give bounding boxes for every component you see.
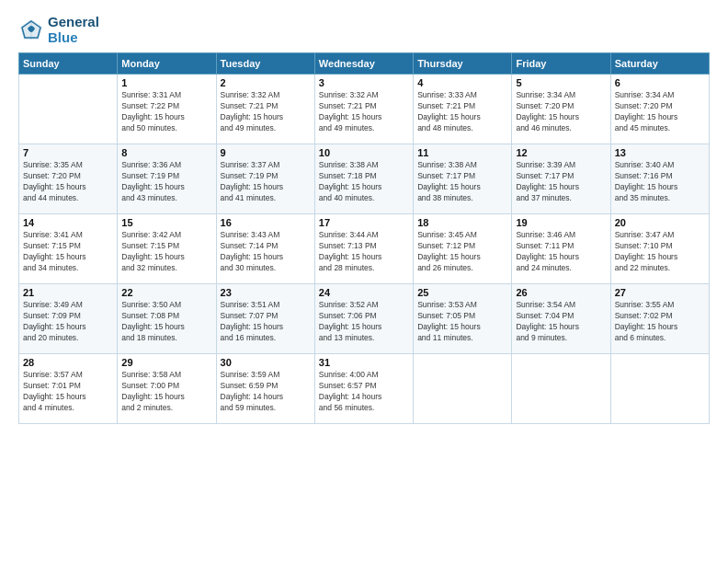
day-info: Sunrise: 3:32 AM Sunset: 7:21 PM Dayligh… [221,90,311,134]
logo-general: General [48,15,99,30]
header: General Blue [18,15,710,45]
day-info: Sunrise: 3:51 AM Sunset: 7:07 PM Dayligh… [221,300,311,344]
calendar-cell: 8Sunrise: 3:36 AM Sunset: 7:19 PM Daylig… [118,144,216,214]
day-number: 3 [319,77,409,88]
page: General Blue SundayMondayTuesdayWednesda… [0,0,728,563]
day-info: Sunrise: 3:38 AM Sunset: 7:18 PM Dayligh… [319,160,409,204]
calendar-cell: 29Sunrise: 3:58 AM Sunset: 7:00 PM Dayli… [118,354,216,424]
calendar-cell: 5Sunrise: 3:34 AM Sunset: 7:20 PM Daylig… [512,75,610,144]
day-number: 8 [121,147,211,158]
weekday-header-saturday: Saturday [610,53,709,75]
day-info: Sunrise: 3:34 AM Sunset: 7:20 PM Dayligh… [516,90,606,134]
calendar-cell: 10Sunrise: 3:38 AM Sunset: 7:18 PM Dayli… [314,144,413,214]
day-info: Sunrise: 3:39 AM Sunset: 7:17 PM Dayligh… [516,160,606,204]
day-number: 4 [417,77,507,88]
day-number: 24 [319,287,409,298]
calendar-cell: 28Sunrise: 3:57 AM Sunset: 7:01 PM Dayli… [19,354,118,424]
day-info: Sunrise: 3:42 AM Sunset: 7:15 PM Dayligh… [121,230,211,274]
calendar-cell: 11Sunrise: 3:38 AM Sunset: 7:17 PM Dayli… [414,144,512,214]
day-info: Sunrise: 3:59 AM Sunset: 6:59 PM Dayligh… [221,370,311,414]
day-number: 13 [615,147,705,158]
calendar-cell: 18Sunrise: 3:45 AM Sunset: 7:12 PM Dayli… [414,214,512,284]
calendar-cell: 23Sunrise: 3:51 AM Sunset: 7:07 PM Dayli… [216,284,314,354]
day-number: 16 [221,217,311,228]
day-info: Sunrise: 3:49 AM Sunset: 7:09 PM Dayligh… [23,300,113,344]
day-number: 2 [221,77,311,88]
day-info: Sunrise: 3:55 AM Sunset: 7:02 PM Dayligh… [615,300,705,344]
calendar-week-row: 28Sunrise: 3:57 AM Sunset: 7:01 PM Dayli… [19,354,710,424]
calendar-cell: 14Sunrise: 3:41 AM Sunset: 7:15 PM Dayli… [19,214,118,284]
calendar-cell: 20Sunrise: 3:47 AM Sunset: 7:10 PM Dayli… [610,214,709,284]
calendar-cell: 6Sunrise: 3:34 AM Sunset: 7:20 PM Daylig… [610,75,709,144]
logo: General Blue [18,15,99,45]
day-number: 15 [121,217,211,228]
calendar-cell [512,354,610,424]
calendar-week-row: 21Sunrise: 3:49 AM Sunset: 7:09 PM Dayli… [19,284,710,354]
calendar-week-row: 7Sunrise: 3:35 AM Sunset: 7:20 PM Daylig… [19,144,710,214]
day-info: Sunrise: 3:52 AM Sunset: 7:06 PM Dayligh… [319,300,409,344]
calendar-cell: 7Sunrise: 3:35 AM Sunset: 7:20 PM Daylig… [19,144,118,214]
day-info: Sunrise: 3:53 AM Sunset: 7:05 PM Dayligh… [417,300,507,344]
day-info: Sunrise: 3:34 AM Sunset: 7:20 PM Dayligh… [615,90,705,134]
day-info: Sunrise: 3:44 AM Sunset: 7:13 PM Dayligh… [319,230,409,274]
day-number: 22 [121,287,211,298]
day-number: 14 [23,217,113,228]
day-info: Sunrise: 3:41 AM Sunset: 7:15 PM Dayligh… [23,230,113,274]
day-info: Sunrise: 3:57 AM Sunset: 7:01 PM Dayligh… [23,370,113,414]
day-number: 28 [23,357,113,368]
day-number: 17 [319,217,409,228]
day-number: 6 [615,77,705,88]
calendar-cell: 16Sunrise: 3:43 AM Sunset: 7:14 PM Dayli… [216,214,314,284]
day-info: Sunrise: 3:31 AM Sunset: 7:22 PM Dayligh… [121,90,211,134]
calendar-cell: 15Sunrise: 3:42 AM Sunset: 7:15 PM Dayli… [118,214,216,284]
day-number: 30 [221,357,311,368]
calendar-cell: 25Sunrise: 3:53 AM Sunset: 7:05 PM Dayli… [414,284,512,354]
day-info: Sunrise: 3:38 AM Sunset: 7:17 PM Dayligh… [417,160,507,204]
calendar-cell: 24Sunrise: 3:52 AM Sunset: 7:06 PM Dayli… [314,284,413,354]
calendar-cell [19,75,118,144]
weekday-header-friday: Friday [512,53,610,75]
day-number: 23 [221,287,311,298]
day-info: Sunrise: 3:32 AM Sunset: 7:21 PM Dayligh… [319,90,409,134]
weekday-header-wednesday: Wednesday [314,53,413,75]
calendar-cell: 27Sunrise: 3:55 AM Sunset: 7:02 PM Dayli… [610,284,709,354]
day-number: 27 [615,287,705,298]
day-info: Sunrise: 3:54 AM Sunset: 7:04 PM Dayligh… [516,300,606,344]
calendar-cell: 12Sunrise: 3:39 AM Sunset: 7:17 PM Dayli… [512,144,610,214]
calendar-cell: 13Sunrise: 3:40 AM Sunset: 7:16 PM Dayli… [610,144,709,214]
calendar-cell: 9Sunrise: 3:37 AM Sunset: 7:19 PM Daylig… [216,144,314,214]
weekday-header-sunday: Sunday [19,53,118,75]
day-info: Sunrise: 3:58 AM Sunset: 7:00 PM Dayligh… [121,370,211,414]
calendar-cell: 3Sunrise: 3:32 AM Sunset: 7:21 PM Daylig… [314,75,413,144]
day-info: Sunrise: 3:50 AM Sunset: 7:08 PM Dayligh… [121,300,211,344]
day-number: 11 [417,147,507,158]
day-info: Sunrise: 4:00 AM Sunset: 6:57 PM Dayligh… [319,370,409,414]
calendar-cell: 22Sunrise: 3:50 AM Sunset: 7:08 PM Dayli… [118,284,216,354]
weekday-header-thursday: Thursday [414,53,512,75]
calendar-cell: 26Sunrise: 3:54 AM Sunset: 7:04 PM Dayli… [512,284,610,354]
day-info: Sunrise: 3:45 AM Sunset: 7:12 PM Dayligh… [417,230,507,274]
day-number: 21 [23,287,113,298]
day-number: 9 [221,147,311,158]
calendar-cell: 17Sunrise: 3:44 AM Sunset: 7:13 PM Dayli… [314,214,413,284]
day-number: 29 [121,357,211,368]
day-number: 5 [516,77,606,88]
calendar-cell: 1Sunrise: 3:31 AM Sunset: 7:22 PM Daylig… [118,75,216,144]
day-number: 10 [319,147,409,158]
day-number: 26 [516,287,606,298]
day-info: Sunrise: 3:35 AM Sunset: 7:20 PM Dayligh… [23,160,113,204]
weekday-header-monday: Monday [118,53,216,75]
day-info: Sunrise: 3:43 AM Sunset: 7:14 PM Dayligh… [221,230,311,274]
day-info: Sunrise: 3:47 AM Sunset: 7:10 PM Dayligh… [615,230,705,274]
calendar-week-row: 14Sunrise: 3:41 AM Sunset: 7:15 PM Dayli… [19,214,710,284]
day-number: 25 [417,287,507,298]
calendar-cell [610,354,709,424]
day-info: Sunrise: 3:36 AM Sunset: 7:19 PM Dayligh… [121,160,211,204]
day-number: 19 [516,217,606,228]
day-number: 31 [319,357,409,368]
day-number: 7 [23,147,113,158]
calendar-cell: 31Sunrise: 4:00 AM Sunset: 6:57 PM Dayli… [314,354,413,424]
day-info: Sunrise: 3:40 AM Sunset: 7:16 PM Dayligh… [615,160,705,204]
calendar-cell: 30Sunrise: 3:59 AM Sunset: 6:59 PM Dayli… [216,354,314,424]
calendar-cell: 2Sunrise: 3:32 AM Sunset: 7:21 PM Daylig… [216,75,314,144]
